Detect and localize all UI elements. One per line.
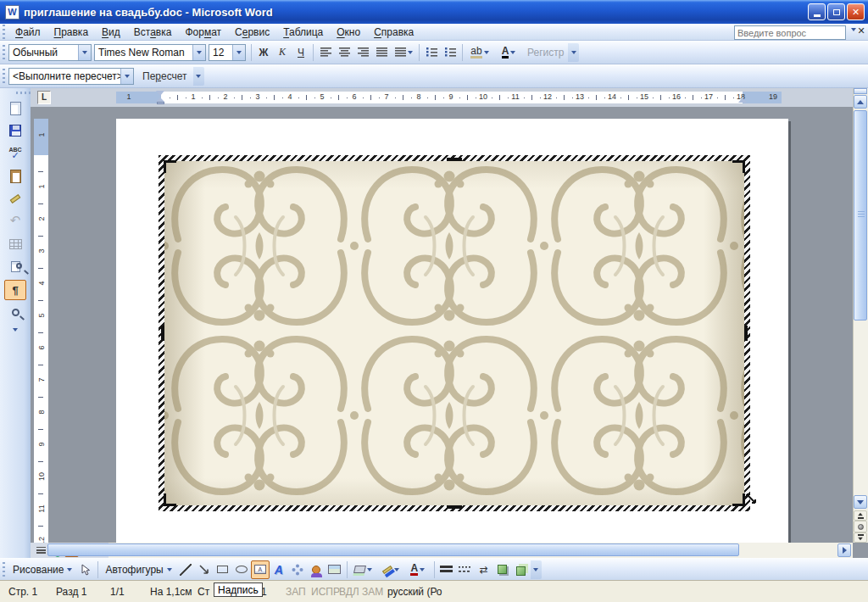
ask-question-input[interactable] bbox=[734, 25, 846, 40]
resize-handle-top[interactable] bbox=[447, 158, 462, 161]
toolbar-options-icon[interactable] bbox=[568, 43, 579, 62]
font-combo[interactable]: Times New Roman bbox=[94, 44, 206, 61]
menu-item-4[interactable]: Вставка bbox=[127, 25, 179, 40]
line-color-button[interactable] bbox=[377, 560, 404, 579]
crop-handle-bottom-left[interactable] bbox=[164, 493, 176, 506]
align-right-button[interactable] bbox=[353, 43, 372, 62]
toolbar-grip[interactable] bbox=[3, 45, 5, 60]
browse-previous-button[interactable] bbox=[854, 510, 867, 521]
line-style-button[interactable] bbox=[437, 560, 456, 579]
browse-next-button[interactable] bbox=[854, 532, 867, 543]
paste-button[interactable] bbox=[4, 166, 26, 187]
draw-font-color-button[interactable]: А bbox=[404, 560, 431, 579]
diagram-button[interactable] bbox=[288, 560, 307, 579]
underline-button[interactable]: Ч bbox=[292, 43, 310, 62]
menu-item-8[interactable]: Окно bbox=[330, 25, 367, 40]
first-line-indent-marker[interactable] bbox=[156, 91, 164, 96]
text-box-button[interactable]: А bbox=[251, 560, 270, 579]
select-browse-object-button[interactable] bbox=[854, 521, 867, 532]
arrow-tool-button[interactable] bbox=[195, 560, 214, 579]
damask-pattern-image[interactable] bbox=[164, 161, 744, 505]
toolbar-grip[interactable] bbox=[3, 562, 5, 577]
resize-handle-right[interactable] bbox=[744, 326, 748, 341]
style-combo[interactable]: Обычный bbox=[8, 44, 92, 61]
status-overtype[interactable]: ЗАМ bbox=[362, 586, 383, 598]
status-record-macro[interactable]: ЗАП bbox=[286, 586, 306, 598]
undo-button[interactable]: ↶ bbox=[4, 210, 26, 231]
crop-handle-top-right[interactable] bbox=[732, 160, 745, 173]
align-left-button[interactable] bbox=[316, 43, 335, 62]
font-size-dropdown-icon[interactable] bbox=[232, 45, 245, 60]
menu-item-9[interactable]: Справка bbox=[367, 25, 420, 40]
autoshapes-menu-button[interactable]: Автофигуры bbox=[101, 560, 175, 579]
minimize-button[interactable] bbox=[808, 3, 826, 20]
fill-color-button[interactable] bbox=[350, 560, 377, 579]
shadow-style-button[interactable] bbox=[493, 560, 512, 579]
show-paragraph-button[interactable]: ¶ bbox=[4, 280, 26, 300]
crop-handle-top-left[interactable] bbox=[164, 160, 176, 173]
resize-handle-bottom[interactable] bbox=[447, 505, 462, 509]
dash-style-button[interactable] bbox=[456, 560, 475, 579]
font-dropdown-icon[interactable] bbox=[192, 45, 205, 60]
menu-item-3[interactable]: Вид bbox=[95, 25, 127, 40]
spelling-button[interactable]: ABC✓ bbox=[4, 142, 26, 163]
restore-button[interactable] bbox=[827, 3, 845, 20]
threed-style-button[interactable] bbox=[512, 560, 531, 579]
menu-item-6[interactable]: Сервис bbox=[228, 25, 276, 40]
line-tool-button[interactable] bbox=[176, 560, 195, 579]
menu-item-5[interactable]: Формат bbox=[178, 25, 228, 40]
title-bar[interactable]: W приглашение на свадьбу.doc - Microsoft… bbox=[0, 0, 868, 24]
left-indent-marker[interactable] bbox=[157, 102, 164, 104]
clip-art-button[interactable] bbox=[307, 560, 326, 579]
crop-handle-bottom-right[interactable] bbox=[732, 493, 745, 506]
question-close-icon[interactable]: ✕ bbox=[856, 25, 866, 36]
align-center-button[interactable] bbox=[335, 43, 353, 62]
italic-button[interactable]: К bbox=[273, 43, 292, 62]
print-preview-button[interactable] bbox=[4, 256, 26, 276]
rectangle-tool-button[interactable] bbox=[214, 560, 232, 579]
merge-field-combo[interactable]: <Выполните пересчет> bbox=[8, 68, 134, 85]
insert-picture-button[interactable] bbox=[326, 560, 344, 579]
style-dropdown-icon[interactable] bbox=[78, 45, 91, 60]
status-track-changes[interactable]: ИСПР bbox=[311, 586, 340, 598]
status-extend-selection[interactable]: ВДЛ bbox=[339, 586, 359, 598]
toolbar-grip[interactable] bbox=[16, 92, 31, 94]
toolbar-grip[interactable] bbox=[3, 25, 5, 40]
highlight-button[interactable]: ab bbox=[465, 43, 494, 62]
wordart-button[interactable]: A bbox=[270, 560, 288, 579]
arrow-style-button[interactable]: ⇄ bbox=[475, 560, 493, 579]
recalc-button[interactable]: Пересчет bbox=[136, 67, 193, 86]
font-color-button[interactable]: А bbox=[494, 43, 523, 62]
vertical-scroll-thumb[interactable] bbox=[854, 110, 867, 321]
format-painter-button[interactable] bbox=[4, 188, 26, 209]
normal-view-button[interactable] bbox=[34, 543, 48, 557]
toolbar-overflow-icon[interactable] bbox=[4, 324, 26, 336]
register-button[interactable]: Регистр bbox=[523, 43, 568, 62]
selected-picture-frame[interactable] bbox=[159, 155, 750, 511]
draw-menu-button[interactable]: Рисование bbox=[8, 560, 76, 579]
bullet-list-button[interactable] bbox=[441, 43, 459, 62]
zoom-button[interactable] bbox=[4, 302, 26, 322]
numbered-list-button[interactable] bbox=[422, 43, 441, 62]
toolbar-grip[interactable] bbox=[3, 69, 5, 84]
right-indent-marker[interactable] bbox=[738, 98, 747, 103]
toolbar-options-icon[interactable] bbox=[193, 67, 204, 86]
save-button[interactable] bbox=[4, 120, 26, 141]
insert-table-button[interactable] bbox=[4, 234, 26, 254]
close-button[interactable]: ✕ bbox=[847, 3, 865, 20]
resize-handle-left[interactable] bbox=[161, 326, 164, 341]
select-objects-button[interactable] bbox=[76, 560, 95, 579]
menu-item-7[interactable]: Таблица bbox=[276, 25, 330, 40]
menu-item-2[interactable]: Правка bbox=[47, 25, 96, 40]
new-document-button[interactable] bbox=[4, 98, 26, 119]
toolbar-options-icon[interactable] bbox=[531, 560, 542, 579]
merge-field-dropdown-icon[interactable] bbox=[120, 69, 133, 84]
split-handle[interactable] bbox=[854, 88, 867, 94]
font-size-combo[interactable]: 12 bbox=[209, 44, 246, 61]
bold-button[interactable]: Ж bbox=[254, 43, 273, 62]
horizontal-scroll-thumb[interactable] bbox=[47, 543, 739, 556]
tab-stop-selector[interactable]: L bbox=[37, 91, 51, 104]
scroll-right-button[interactable] bbox=[837, 543, 851, 557]
menu-item-1[interactable]: Файл bbox=[8, 25, 47, 40]
oval-tool-button[interactable] bbox=[232, 560, 251, 579]
